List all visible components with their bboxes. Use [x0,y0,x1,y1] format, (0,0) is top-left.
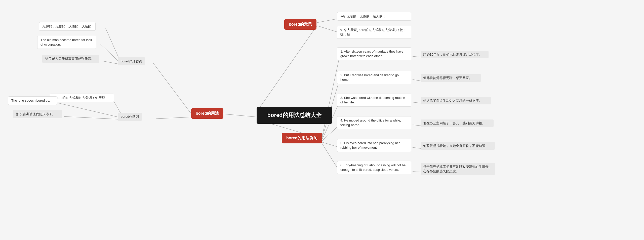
node-verb-desc1: 1.bore的过去式和过去分词；使厌烦 [50,94,114,102]
node-verb-translate1: 那长篇讲话使我们厌倦了。 [13,110,62,118]
node-ex1-zh: 结婚16年后，他们已经渐渐彼此厌倦了。 [421,51,489,58]
mind-map-canvas: bored的用法总结大全 bored的用法 bored的意思 bored的用法例… [0,0,644,240]
node-ex2-en: 2. But Fred was bored and desired to go … [337,71,411,84]
svg-line-5 [317,18,340,23]
node-ex1-en: 1. After sixteen years of marriage they … [337,47,411,60]
svg-line-6 [317,26,340,33]
node-ex4-zh: 他在办公室闲荡了一会儿，感到百无聊赖。 [421,119,494,127]
node-adj-translate1: 这位老人因无所事事而感到无聊。 [42,55,99,63]
node-ex5-en: 5. His eyes bored into her, paralysing h… [337,139,411,152]
node-adj-desc1: 无聊的，无趣的，厌倦的，厌烦的 [39,22,96,31]
node-ex5-zh: 他双眼凝视着她，令她全身瘫软，不能动弹。 [421,142,495,150]
node-bored-verb: bored作动词 [118,113,142,121]
node-bored-usage: bored的用法 [191,108,223,119]
node-ex2-zh: 但弗雷德觉得很无聊，想要回家。 [421,74,481,82]
node-bored-meaning: bored的意思 [284,19,316,30]
svg-line-0 [221,114,257,117]
node-ex3-en: 3. She was bored with the deadening rout… [337,94,411,107]
node-ex4-en: 4. He moped around the office for a whil… [337,116,411,129]
node-bored-adj: bored作形容词 [118,57,145,65]
center-node: bored的用法总结大全 [257,107,332,124]
svg-line-4 [156,117,191,119]
node-ex6-zh: 抨击保守党或工党并不足以改变那些心生厌倦、心存怀疑的选民的态度。 [421,163,495,175]
node-verb-example1: The long speech bored us. [8,96,57,105]
svg-line-3 [153,63,191,114]
node-adj-example1: The old man became bored for lack of occ… [37,36,96,49]
svg-line-1 [257,26,317,112]
node-bored-example: bored的用法例句 [282,133,322,143]
svg-line-12 [64,116,123,119]
node-meaning-v: v. 令人厌烦( bore的过去式和过去分词 )；挖；掘；钻 [337,26,411,39]
node-ex6-en: 6. Tory-bashing or Labour-bashing will n… [337,161,411,174]
node-ex3-zh: 她厌倦了自己生活令人窒息的一成不变。 [421,97,491,104]
node-meaning-adj: adj. 无聊的，无趣的，烦人的； [337,12,411,21]
svg-line-11 [57,103,123,118]
